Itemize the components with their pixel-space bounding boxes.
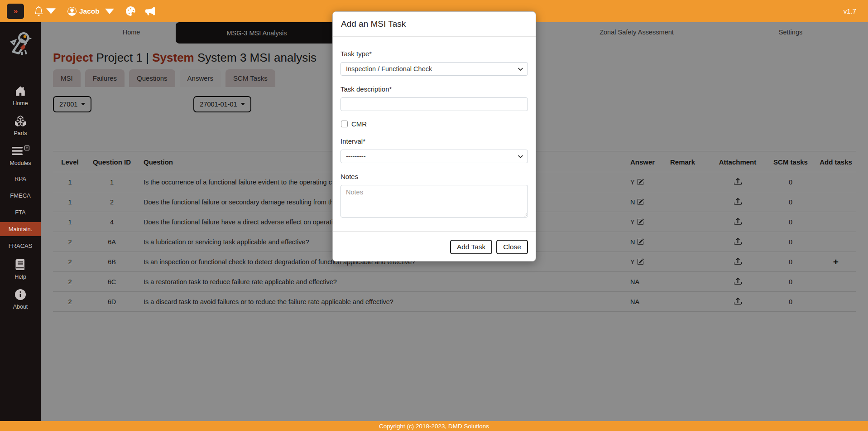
dropdown-box-icon	[24, 145, 29, 152]
megaphone-icon[interactable]	[145, 6, 155, 16]
about-icon	[15, 289, 26, 301]
app-version: v1.7	[844, 7, 856, 15]
sidebar-item-about[interactable]: About	[0, 286, 41, 314]
sidebar-item-label: RPA	[14, 175, 26, 182]
bell-icon[interactable]	[34, 6, 56, 16]
sidebar: HomePartsModulesRPAFMECAFTAMaintain.FRAC…	[0, 22, 41, 421]
notes-label: Notes	[340, 172, 528, 181]
sidebar-item-label: FRACAS	[9, 242, 33, 249]
sidebar-item-modules[interactable]: Modules	[0, 142, 41, 170]
home-icon	[15, 86, 26, 98]
close-button[interactable]: Close	[496, 240, 528, 254]
notes-textarea[interactable]	[340, 185, 528, 218]
sidebar-nav: HomePartsModulesRPAFMECAFTAMaintain.FRAC…	[0, 82, 41, 315]
footer: Copyright (c) 2018-2023, DMD Solutions	[0, 421, 868, 431]
sidebar-item-label: Home	[13, 100, 28, 107]
sidebar-item-home[interactable]: Home	[0, 82, 41, 110]
task-type-select[interactable]: Inspection / Functional Check	[340, 62, 528, 76]
sidebar-item-label: Modules	[10, 160, 31, 166]
help-icon	[15, 259, 26, 271]
sidebar-item-label: Maintain.	[9, 226, 33, 232]
bird-logo	[7, 30, 34, 58]
task-description-label: Task description*	[340, 85, 528, 94]
user-icon	[67, 7, 77, 16]
parts-icon	[15, 116, 26, 128]
add-task-button[interactable]: Add Task	[450, 240, 492, 254]
caret-down-icon	[46, 6, 56, 16]
chevron-down-icon	[518, 66, 523, 72]
sidebar-collapse-button[interactable]: »	[7, 4, 24, 19]
chevron-down-icon	[518, 154, 523, 160]
sidebar-item-label: About	[13, 304, 28, 310]
cmr-checkbox[interactable]	[341, 121, 348, 127]
interval-select[interactable]: ---------	[340, 150, 528, 163]
sidebar-item-fmeca[interactable]: FMECA	[0, 189, 41, 203]
sidebar-item-label: FTA	[15, 209, 26, 216]
modules-icon	[12, 145, 23, 158]
palette-icon[interactable]	[126, 6, 135, 16]
modal-title: Add an MSI Task	[333, 12, 536, 37]
sidebar-item-fracas[interactable]: FRACAS	[0, 239, 41, 253]
task-description-input[interactable]	[340, 97, 528, 111]
caret-down-icon	[105, 7, 114, 16]
sidebar-item-label: Parts	[14, 130, 27, 136]
sidebar-item-help[interactable]: Help	[0, 256, 41, 284]
user-name: Jacob	[79, 7, 100, 15]
sidebar-item-fta[interactable]: FTA	[0, 205, 41, 219]
interval-label: Interval*	[340, 137, 528, 146]
sidebar-item-rpa[interactable]: RPA	[0, 172, 41, 186]
add-msi-task-modal: Add an MSI Task Task type* Inspection / …	[332, 11, 536, 262]
task-type-label: Task type*	[340, 49, 528, 58]
sidebar-item-parts[interactable]: Parts	[0, 112, 41, 140]
sidebar-item-label: Help	[14, 274, 26, 280]
sidebar-item-label: FMECA	[10, 192, 31, 199]
user-menu[interactable]: Jacob	[67, 7, 114, 16]
sidebar-item-maintain[interactable]: Maintain.	[0, 222, 41, 236]
copyright-text: Copyright (c) 2018-2023, DMD Solutions	[379, 423, 489, 430]
cmr-label: CMR	[351, 120, 367, 128]
